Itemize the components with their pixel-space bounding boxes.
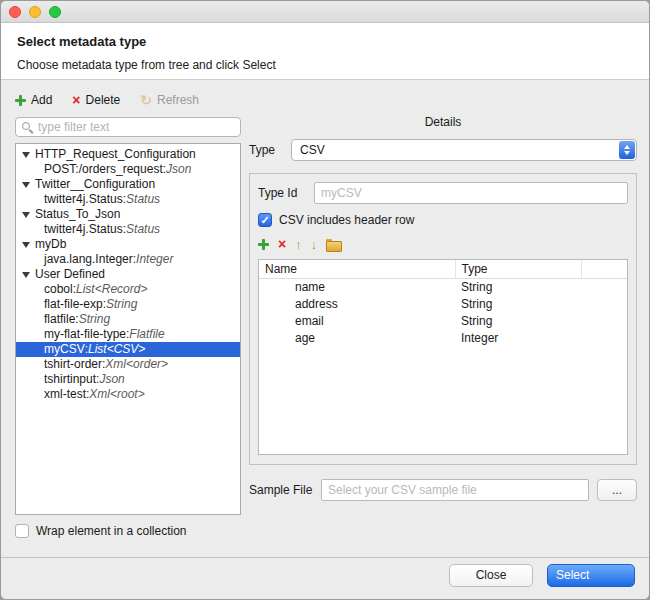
tree-item[interactable]: POST:/orders_request : Json xyxy=(16,162,240,177)
field-type: String xyxy=(455,296,581,313)
tree-item-label: Status_To_Json xyxy=(35,207,120,222)
delete-button[interactable]: Delete xyxy=(72,93,120,107)
refresh-button[interactable]: Refresh xyxy=(140,93,199,107)
tree-item-label: twitter4j.Status xyxy=(44,192,123,207)
type-id-row: Type Id xyxy=(258,182,628,204)
fields-table: Name Type name String address String xyxy=(258,259,628,455)
column-header-empty xyxy=(581,260,627,279)
move-down-button[interactable] xyxy=(311,238,318,251)
tree-item-label: User Defined xyxy=(35,267,105,282)
disclosure-triangle-icon[interactable] xyxy=(22,272,30,278)
tree-item[interactable]: tshirt-order : Xml<order> xyxy=(16,357,240,372)
field-name: age xyxy=(259,330,455,347)
tree-item[interactable]: twitter4j.Status : Status xyxy=(16,192,240,207)
tree-item-type: Xml<root> xyxy=(89,387,144,402)
tree-item[interactable]: cobol : List<Record> xyxy=(16,282,240,297)
tree-item[interactable]: java.lang.Integer : Integer xyxy=(16,252,240,267)
tree-item-label: twitter4j.Status xyxy=(44,222,123,237)
tree-item[interactable]: HTTP_Request_Configuration xyxy=(16,147,240,162)
sample-file-label: Sample File xyxy=(249,483,313,497)
type-id-label: Type Id xyxy=(258,186,306,200)
table-row[interactable]: name String xyxy=(259,279,627,296)
add-button[interactable]: Add xyxy=(15,93,52,107)
move-up-button[interactable] xyxy=(295,238,302,251)
table-row[interactable]: email String xyxy=(259,313,627,330)
page-title: Select metadata type xyxy=(17,34,633,49)
tree-item[interactable]: myDb xyxy=(16,237,240,252)
dropdown-stepper-icon xyxy=(619,141,635,159)
filter-input[interactable] xyxy=(38,120,234,134)
tree-item[interactable]: Status_To_Json xyxy=(16,207,240,222)
tree-item-label: flat-file-exp xyxy=(44,297,103,312)
tree-item-type: Json xyxy=(99,372,124,387)
type-dropdown-value: CSV xyxy=(300,143,325,157)
titlebar xyxy=(1,1,649,23)
browse-button[interactable]: ... xyxy=(597,479,637,501)
field-name: address xyxy=(259,296,455,313)
delete-field-button[interactable] xyxy=(278,239,286,250)
tree-item-label: Twitter__Configuration xyxy=(35,177,155,192)
type-id-input[interactable] xyxy=(314,182,628,204)
tree-item-label: myCSV xyxy=(44,342,85,357)
tree-item-label: tshirtinput xyxy=(44,372,96,387)
tree-item-type: Integer xyxy=(136,252,173,267)
close-button[interactable]: Close xyxy=(449,564,533,587)
footer-buttons: Close Select xyxy=(449,564,635,587)
field-type: String xyxy=(455,313,581,330)
tree-item[interactable]: tshirtinput : Json xyxy=(16,372,240,387)
chevron-up-icon xyxy=(624,145,630,149)
select-metadata-dialog: Select metadata type Choose metadata typ… xyxy=(0,0,650,600)
table-header-row: Name Type xyxy=(259,260,627,279)
tree-item[interactable]: User Defined xyxy=(16,267,240,282)
column-header-type[interactable]: Type xyxy=(455,260,581,279)
field-name: name xyxy=(259,279,455,296)
details-header: Details xyxy=(249,115,637,129)
wrap-collection-checkbox[interactable] xyxy=(15,524,29,538)
disclosure-triangle-icon[interactable] xyxy=(22,212,30,218)
tree-item-label: flatfile xyxy=(44,312,75,327)
tree-item-label: POST:/orders_request xyxy=(44,162,163,177)
close-window-button[interactable] xyxy=(9,6,21,18)
tree-item-label: java.lang.Integer xyxy=(44,252,133,267)
type-label: Type xyxy=(249,143,281,157)
field-type: Integer xyxy=(455,330,581,347)
tree-item[interactable]: my-flat-file-type : Flatfile xyxy=(16,327,240,342)
add-field-button[interactable] xyxy=(258,239,269,250)
minimize-window-button[interactable] xyxy=(29,6,41,18)
column-header-name[interactable]: Name xyxy=(259,260,455,279)
main-toolbar: Add Delete Refresh xyxy=(15,93,199,107)
csv-header-row-label: CSV includes header row xyxy=(279,213,414,227)
tree-item-label: xml-test xyxy=(44,387,86,402)
tree-item-type: String xyxy=(106,297,137,312)
tree-item[interactable]: Twitter__Configuration xyxy=(16,177,240,192)
tree-item-type: List<Record> xyxy=(76,282,147,297)
select-button[interactable]: Select xyxy=(547,564,635,587)
tree-item-type: Xml<order> xyxy=(105,357,168,372)
tree-item-label: HTTP_Request_Configuration xyxy=(35,147,196,162)
csv-header-row-checkbox[interactable] xyxy=(258,213,272,227)
table-row[interactable]: address String xyxy=(259,296,627,313)
fields-toolbar xyxy=(258,236,628,252)
disclosure-triangle-icon[interactable] xyxy=(22,182,30,188)
tree-item[interactable]: flatfile : String xyxy=(16,312,240,327)
tree-item[interactable]: flat-file-exp : String xyxy=(16,297,240,312)
tree-item-type: Json xyxy=(166,162,191,177)
type-dropdown[interactable]: CSV xyxy=(291,139,637,161)
tree-item-type: List<CSV> xyxy=(88,342,145,357)
metadata-tree: HTTP_Request_Configuration POST:/orders_… xyxy=(15,143,241,515)
tree-item-selected[interactable]: myCSV : List<CSV> xyxy=(16,342,240,357)
wrap-collection-label: Wrap element in a collection xyxy=(36,524,187,538)
tree-item[interactable]: twitter4j.Status : Status xyxy=(16,222,240,237)
tree-item-type: Status xyxy=(126,222,160,237)
tree-item-type: Status xyxy=(126,192,160,207)
table-row[interactable]: age Integer xyxy=(259,330,627,347)
sample-file-input[interactable] xyxy=(321,479,589,501)
disclosure-triangle-icon[interactable] xyxy=(22,242,30,248)
refresh-button-label: Refresh xyxy=(157,93,199,107)
tree-item-label: my-flat-file-type xyxy=(44,327,126,342)
tree-item[interactable]: xml-test : Xml<root> xyxy=(16,387,240,402)
disclosure-triangle-icon[interactable] xyxy=(22,152,30,158)
zoom-window-button[interactable] xyxy=(49,6,61,18)
refresh-icon xyxy=(140,94,152,106)
open-folder-button[interactable] xyxy=(326,238,341,251)
